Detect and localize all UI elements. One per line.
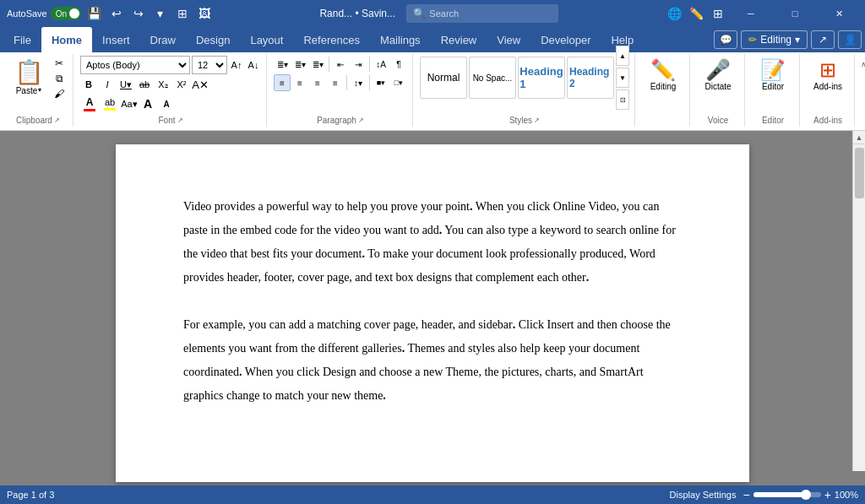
borders-button[interactable]: □▾	[390, 74, 407, 91]
share-button[interactable]: ↗	[811, 30, 835, 49]
align-right-button[interactable]: ≡	[309, 74, 326, 91]
font-row-2: B I U▾ ab X₂ X² A✕	[80, 76, 261, 93]
strikethrough-button[interactable]: ab	[136, 76, 153, 93]
ribbon-collapse-button[interactable]: ∧	[857, 57, 865, 71]
styles-expand-icon[interactable]: ↗	[534, 117, 540, 124]
tab-mailings[interactable]: Mailings	[370, 27, 431, 52]
title-bar: AutoSave On 💾 ↩ ↪ ▾ ⊞ 🖼 Rand... • Savin.…	[0, 0, 865, 27]
ribbon-group-styles: Normal No Spac... Heading 1 Heading 2 ▲ …	[415, 54, 635, 127]
tab-insert[interactable]: Insert	[92, 27, 140, 52]
tab-layout[interactable]: Layout	[240, 27, 293, 52]
insert-table-icon[interactable]: ⊞	[174, 5, 191, 22]
sort-button[interactable]: ↕A	[373, 56, 389, 73]
scroll-up-arrow[interactable]: ▲	[853, 131, 866, 144]
underline-button[interactable]: U▾	[117, 76, 134, 93]
title-search[interactable]: 🔍	[406, 4, 558, 23]
line-spacing-button[interactable]: ↕▾	[350, 74, 367, 91]
draw-icon[interactable]: ✏️	[688, 5, 705, 22]
style-heading1[interactable]: Heading 1	[518, 57, 565, 99]
dictate-button[interactable]: 🎤 Dictate	[697, 56, 739, 100]
voice-content: 🎤 Dictate	[697, 56, 739, 113]
search-input[interactable]	[429, 8, 530, 19]
font-expand-icon[interactable]: ↗	[177, 117, 183, 124]
zoom-controls: − + 100%	[743, 488, 858, 490]
para-row-3	[274, 93, 407, 108]
show-hide-button[interactable]: ¶	[390, 56, 407, 73]
font-color-button[interactable]: A	[80, 95, 99, 113]
editing-mode-button[interactable]: ✏ Editing ▾	[741, 30, 808, 49]
styles-scroll-up[interactable]: ▲	[616, 46, 629, 66]
styles-scroll-down[interactable]: ▼	[616, 68, 629, 88]
paste-label: Paste	[16, 86, 38, 95]
undo-icon[interactable]: ↩	[108, 5, 125, 22]
justify-button[interactable]: ≡	[327, 74, 344, 91]
multilevel-button[interactable]: ≣▾	[309, 56, 326, 73]
styles-expand[interactable]: ⊡	[616, 89, 629, 110]
tab-home[interactable]: Home	[41, 27, 92, 52]
shading-button[interactable]: ■▾	[373, 74, 389, 91]
increase-indent-button[interactable]: ⇥	[350, 56, 367, 73]
format-painter-button[interactable]: 🖌	[51, 86, 68, 100]
grid-icon[interactable]: ⊞	[710, 5, 726, 22]
tab-file[interactable]: File	[3, 27, 41, 52]
tab-draw[interactable]: Draw	[140, 27, 186, 52]
tab-review[interactable]: Review	[431, 27, 487, 52]
document-page[interactable]: Video provides a powerful way to help yo…	[116, 144, 749, 482]
comments-button[interactable]: 💬	[714, 30, 737, 49]
align-left-button[interactable]: ≡	[274, 74, 291, 91]
minimize-button[interactable]: ─	[732, 0, 770, 27]
cut-button[interactable]: ✂	[51, 56, 68, 70]
insert-picture-icon[interactable]: 🖼	[196, 5, 213, 22]
subscript-button[interactable]: X₂	[155, 76, 171, 93]
paste-button[interactable]: 📋 Paste ▾	[8, 56, 49, 100]
title-bar-center: Rand... • Savin... 🔍	[213, 4, 666, 23]
redo-icon[interactable]: ↪	[130, 5, 147, 22]
font-size-select[interactable]: 12	[192, 56, 227, 74]
tab-design[interactable]: Design	[186, 27, 240, 52]
paragraph-group-label: Paragraph ↗	[274, 113, 407, 125]
addins-button[interactable]: ⊞ Add-ins	[807, 56, 849, 100]
clipboard-expand-icon[interactable]: ↗	[54, 117, 60, 124]
font-color-bar	[84, 109, 95, 111]
increase-font-size-button[interactable]: A↑	[229, 56, 244, 74]
editing-button[interactable]: ✏️ Editing	[642, 56, 684, 100]
clear-format-button[interactable]: A✕	[192, 76, 209, 93]
style-no-spacing-label: No Spac...	[473, 73, 513, 83]
paragraph-expand-icon[interactable]: ↗	[358, 117, 364, 124]
zoom-plus-button[interactable]: +	[824, 488, 831, 490]
font-size-dec2-button[interactable]: A	[158, 95, 175, 112]
change-case-button[interactable]: Aa▾	[121, 95, 138, 112]
bold-button[interactable]: B	[80, 76, 97, 93]
autosave-label: AutoSave	[7, 8, 47, 19]
zoom-minus-button[interactable]: −	[743, 488, 749, 490]
numbering-button[interactable]: ≣▾	[291, 56, 308, 73]
user-icon[interactable]: 👤	[838, 30, 862, 49]
document-area[interactable]: Video provides a powerful way to help yo…	[0, 131, 865, 490]
decrease-indent-button[interactable]: ⇤	[332, 56, 349, 73]
style-heading2[interactable]: Heading 2	[567, 57, 614, 99]
highlight-color-button[interactable]: ab	[101, 95, 119, 112]
tab-references[interactable]: References	[293, 27, 369, 52]
editor-button[interactable]: 📝 Editor	[752, 56, 794, 100]
decrease-font-size-button[interactable]: A↓	[246, 56, 261, 74]
close-button[interactable]: ✕	[819, 0, 858, 27]
tab-developer[interactable]: Developer	[530, 27, 601, 52]
autosave-toggle[interactable]: On	[51, 7, 81, 20]
italic-button[interactable]: I	[99, 76, 116, 93]
bullets-button[interactable]: ≣▾	[274, 56, 291, 73]
style-normal[interactable]: Normal	[420, 57, 467, 99]
globe-icon[interactable]: 🌐	[666, 5, 683, 22]
font-size-inc2-button[interactable]: A	[139, 95, 156, 112]
center-button[interactable]: ≡	[291, 74, 308, 91]
ribbon-group-addins: ⊞ Add-ins Add-ins	[802, 54, 855, 127]
customize-icon[interactable]: ▾	[152, 5, 169, 22]
copy-button[interactable]: ⧉	[51, 71, 68, 85]
maximize-button[interactable]: □	[775, 0, 814, 27]
font-family-select[interactable]: Aptos (Body)	[80, 56, 190, 74]
vertical-scrollbar[interactable]: ▲	[852, 131, 865, 471]
tab-view[interactable]: View	[487, 27, 530, 52]
scroll-thumb[interactable]	[855, 148, 864, 198]
style-no-spacing[interactable]: No Spac...	[469, 57, 516, 99]
save-icon[interactable]: 💾	[86, 5, 103, 22]
superscript-button[interactable]: X²	[173, 76, 190, 93]
